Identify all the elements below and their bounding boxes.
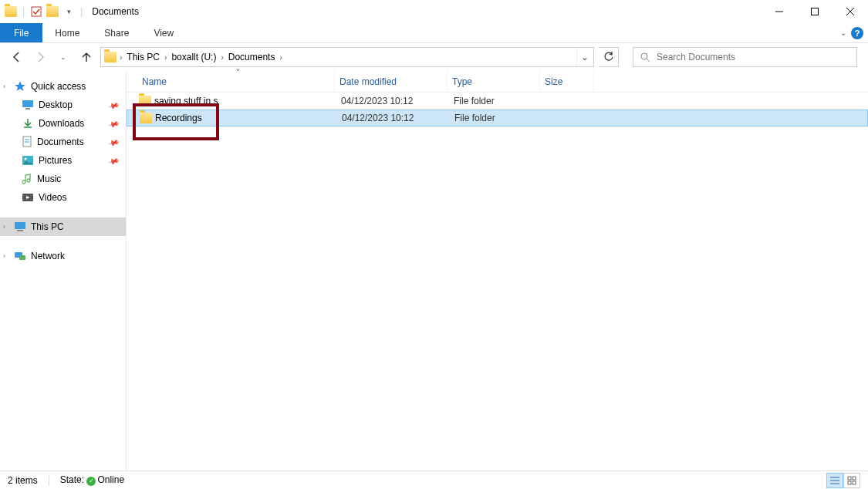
cell-name: saving stuff in s: [137, 96, 335, 106]
refresh-button[interactable]: [599, 47, 619, 67]
sidebar-this-pc[interactable]: › This PC: [0, 218, 126, 236]
pin-icon: 📌: [107, 99, 120, 111]
pin-icon: 📌: [107, 117, 120, 130]
sidebar-item-pictures[interactable]: Pictures 📌: [0, 151, 126, 170]
ribbon-tab-share[interactable]: Share: [92, 23, 141, 42]
chevron-right-icon[interactable]: ›: [219, 53, 225, 62]
chevron-right-icon[interactable]: ›: [278, 53, 283, 62]
svg-rect-16: [15, 222, 25, 229]
folder-icon: [139, 96, 151, 106]
sidebar-item-label: Documents: [37, 137, 84, 147]
qat-dropdown-icon[interactable]: ▾: [61, 8, 76, 15]
main-area: › Quick access Desktop 📌 Downloads 📌 Doc…: [0, 71, 868, 470]
details-view-button[interactable]: [826, 473, 843, 488]
separator: |: [22, 6, 25, 17]
view-toggles: [826, 473, 860, 488]
cell-type: File folder: [448, 96, 540, 106]
chevron-right-icon[interactable]: ›: [3, 83, 5, 90]
sidebar-item-label: Pictures: [39, 155, 72, 166]
svg-rect-8: [25, 108, 30, 110]
minimize-button[interactable]: [762, 0, 797, 23]
window-controls: [762, 0, 868, 23]
sidebar-item-downloads[interactable]: Downloads 📌: [0, 114, 126, 133]
search-box[interactable]: [633, 47, 857, 67]
back-button[interactable]: [8, 48, 26, 66]
column-size[interactable]: Size: [540, 71, 594, 92]
sidebar-item-desktop[interactable]: Desktop 📌: [0, 96, 126, 114]
ribbon-tab-home[interactable]: Home: [42, 23, 92, 42]
svg-point-14: [25, 158, 27, 160]
cell-type: File folder: [448, 113, 541, 123]
chevron-right-icon[interactable]: ›: [118, 53, 123, 62]
file-name: Recordings: [155, 113, 202, 123]
sidebar-item-label: Videos: [39, 192, 66, 203]
state-value: Online: [97, 474, 124, 485]
column-headers: Name ˄ Date modified Type Size: [127, 71, 868, 93]
sidebar-network[interactable]: › Network: [0, 247, 126, 265]
computer-icon: [14, 221, 26, 232]
file-list: Name ˄ Date modified Type Size saving st…: [127, 71, 868, 470]
svg-rect-0: [32, 7, 41, 16]
forward-button[interactable]: [31, 48, 49, 66]
breadcrumb[interactable]: This PC: [123, 52, 163, 62]
ribbon-collapse-icon[interactable]: ⌄: [840, 29, 846, 37]
svg-line-6: [647, 59, 650, 62]
cell-date: 04/12/2023 10:12: [335, 96, 448, 106]
address-bar[interactable]: › This PC › boxallt (U:) › Documents › ⌄: [100, 47, 594, 67]
cell-date: 04/12/2023 10:12: [336, 113, 448, 123]
sidebar-item-documents[interactable]: Documents 📌: [0, 133, 126, 151]
ribbon: File Home Share View ⌄ ?: [0, 23, 868, 43]
new-folder-icon[interactable]: [45, 6, 60, 17]
nav-bar: ⌄ › This PC › boxallt (U:) › Documents ›…: [0, 43, 868, 71]
sidebar-group-network: › Network: [0, 247, 126, 265]
separator: |: [80, 6, 83, 17]
online-icon: ✓: [86, 477, 96, 486]
pin-icon: 📌: [107, 154, 120, 167]
properties-icon[interactable]: [29, 6, 44, 17]
sidebar-item-label: This PC: [31, 221, 64, 232]
up-button[interactable]: [77, 48, 96, 66]
status-state: State: ✓Online: [60, 474, 124, 486]
sidebar-group-quick-access: › Quick access Desktop 📌 Downloads 📌 Doc…: [0, 77, 126, 207]
ribbon-tab-view[interactable]: View: [141, 23, 186, 42]
file-rows: saving stuff in s 04/12/2023 10:12 File …: [127, 93, 868, 126]
sidebar-item-videos[interactable]: Videos: [0, 188, 126, 207]
breadcrumb[interactable]: boxallt (U:): [168, 52, 219, 62]
svg-rect-19: [19, 255, 25, 260]
chevron-right-icon[interactable]: ›: [3, 223, 5, 231]
file-row[interactable]: Recordings 04/12/2023 10:12 File folder: [127, 110, 868, 126]
chevron-right-icon[interactable]: ›: [163, 53, 168, 62]
sidebar-group-this-pc: › This PC: [0, 218, 126, 236]
folder-icon: [3, 6, 19, 17]
column-date[interactable]: Date modified: [335, 71, 448, 92]
folder-icon: [140, 113, 152, 123]
help-icon[interactable]: ?: [851, 27, 863, 39]
svg-rect-25: [848, 481, 851, 484]
downloads-icon: [22, 117, 34, 130]
svg-point-5: [641, 53, 647, 59]
network-icon: [14, 251, 26, 261]
recent-dropdown-icon[interactable]: ⌄: [54, 48, 73, 66]
sidebar-item-music[interactable]: Music: [0, 170, 126, 188]
breadcrumb[interactable]: Documents: [225, 52, 279, 62]
window-title: Documents: [92, 6, 139, 17]
search-input[interactable]: [657, 52, 850, 62]
column-type[interactable]: Type: [448, 71, 540, 92]
sidebar-quick-access[interactable]: › Quick access: [0, 77, 126, 96]
status-item-count: 2 items: [8, 475, 38, 486]
videos-icon: [22, 192, 34, 203]
svg-rect-24: [853, 477, 856, 480]
address-dropdown-icon[interactable]: ⌄: [576, 48, 592, 66]
svg-rect-17: [17, 230, 23, 231]
sidebar-item-label: Downloads: [39, 118, 84, 129]
thumbnails-view-button[interactable]: [843, 473, 860, 488]
maximize-button[interactable]: [797, 0, 833, 23]
close-button[interactable]: [833, 0, 868, 23]
titlebar: | ▾ | Documents: [0, 0, 868, 23]
file-row[interactable]: saving stuff in s 04/12/2023 10:12 File …: [127, 93, 868, 110]
search-icon: [640, 52, 650, 62]
file-tab[interactable]: File: [0, 23, 42, 42]
chevron-right-icon[interactable]: ›: [3, 252, 5, 260]
column-name[interactable]: Name ˄: [137, 71, 335, 92]
ribbon-right: ⌄ ?: [840, 23, 868, 42]
